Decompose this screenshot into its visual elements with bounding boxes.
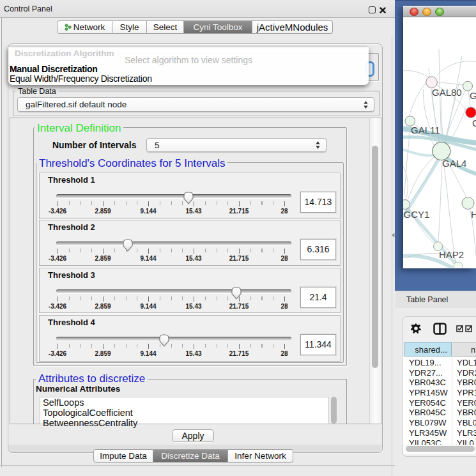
svg-text:G: G [472,118,476,128]
svg-text:H: H [471,209,476,220]
svg-text:HAP2: HAP2 [439,249,464,260]
svg-text:GCY1: GCY1 [404,209,430,220]
svg-text:GA: GA [470,90,476,101]
svg-text:GAL4: GAL4 [442,158,466,169]
svg-text:GAL80: GAL80 [432,87,462,98]
svg-text:GAL11: GAL11 [411,125,440,135]
